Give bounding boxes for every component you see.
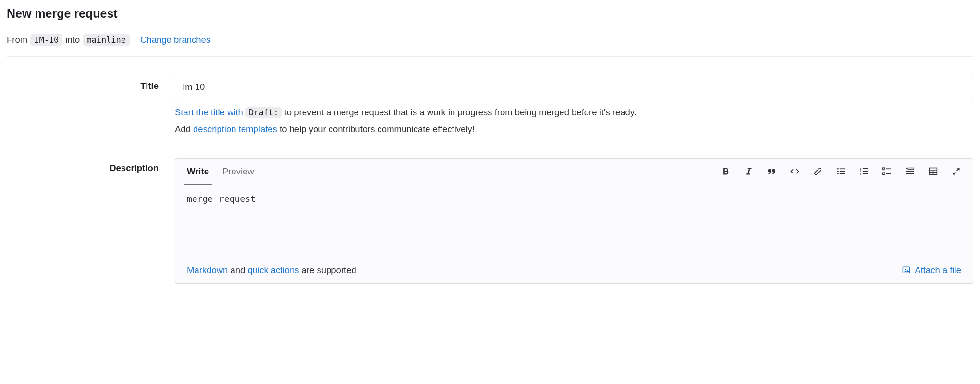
draft-hint: Start the title with Draft: to prevent a… bbox=[175, 105, 973, 120]
svg-rect-9 bbox=[862, 168, 868, 169]
tab-write[interactable]: Write bbox=[187, 159, 209, 185]
target-branch-chip: mainline bbox=[83, 34, 130, 46]
svg-point-1 bbox=[837, 171, 838, 172]
link-icon[interactable] bbox=[812, 166, 823, 177]
task-list-icon[interactable] bbox=[882, 166, 892, 177]
change-branches-link[interactable]: Change branches bbox=[140, 35, 210, 45]
svg-rect-11 bbox=[862, 173, 868, 174]
description-editor: Write Preview bbox=[175, 158, 973, 284]
divider bbox=[7, 56, 973, 57]
table-icon[interactable] bbox=[928, 166, 938, 177]
code-icon[interactable] bbox=[789, 166, 800, 177]
bullet-list-icon[interactable] bbox=[835, 166, 846, 177]
quick-actions-link[interactable]: quick actions bbox=[248, 265, 299, 275]
svg-text:3: 3 bbox=[859, 172, 861, 175]
page-title: New merge request bbox=[7, 7, 973, 21]
from-label: From bbox=[7, 35, 27, 45]
numbered-list-icon[interactable]: 123 bbox=[858, 166, 869, 177]
italic-icon[interactable] bbox=[743, 166, 754, 177]
description-templates-link[interactable]: description templates bbox=[193, 124, 277, 134]
svg-rect-16 bbox=[908, 168, 914, 170]
svg-rect-18 bbox=[906, 173, 914, 174]
svg-point-24 bbox=[905, 269, 906, 270]
description-label: Description bbox=[7, 158, 175, 284]
svg-rect-4 bbox=[839, 171, 845, 172]
svg-rect-3 bbox=[839, 169, 845, 170]
svg-rect-17 bbox=[906, 171, 914, 172]
title-label: Title bbox=[7, 76, 175, 139]
draft-prefix-link[interactable]: Start the title with Draft: bbox=[175, 107, 282, 117]
image-icon bbox=[902, 265, 911, 274]
svg-point-2 bbox=[837, 173, 838, 175]
branch-info-row: From IM-10 into mainline Change branches bbox=[7, 34, 973, 46]
attach-file-link[interactable]: Attach a file bbox=[902, 265, 961, 275]
templates-hint: Add description templates to help your c… bbox=[175, 122, 973, 136]
source-branch-chip: IM-10 bbox=[30, 34, 62, 46]
svg-rect-14 bbox=[886, 169, 891, 170]
collapse-section-icon[interactable] bbox=[905, 166, 915, 177]
svg-rect-10 bbox=[862, 171, 868, 172]
markdown-support-note: Markdown and quick actions are supported bbox=[187, 265, 356, 275]
svg-rect-5 bbox=[839, 173, 845, 174]
bold-icon[interactable] bbox=[720, 166, 731, 177]
svg-point-0 bbox=[837, 168, 838, 170]
description-textarea[interactable]: merge request bbox=[187, 194, 961, 204]
svg-rect-13 bbox=[882, 173, 884, 175]
svg-rect-15 bbox=[886, 173, 891, 174]
quote-icon[interactable] bbox=[766, 166, 777, 177]
into-label: into bbox=[65, 35, 80, 45]
tab-preview[interactable]: Preview bbox=[222, 159, 254, 185]
markdown-link[interactable]: Markdown bbox=[187, 265, 228, 275]
editor-toolbar: 123 bbox=[720, 166, 961, 177]
draft-code-chip: Draft: bbox=[245, 107, 282, 118]
title-input[interactable] bbox=[175, 76, 973, 98]
editor-tabs: Write Preview bbox=[175, 159, 973, 185]
fullscreen-icon[interactable] bbox=[951, 166, 961, 177]
